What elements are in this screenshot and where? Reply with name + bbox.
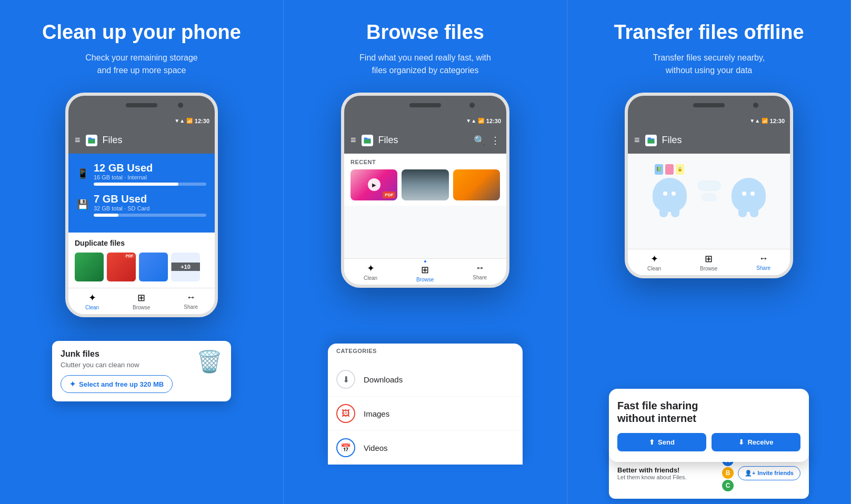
storage-detail-sd: 32 GB total · SD Card: [94, 205, 206, 211]
clean-nav-icon-3: ✦: [650, 253, 658, 265]
status-icons-3: ▼▲ 📶: [749, 118, 768, 124]
thumb-sunset: [402, 169, 448, 200]
invite-friends-button[interactable]: 👤+ Invite friends: [738, 466, 800, 480]
download-category-icon: ⬇: [343, 375, 349, 385]
app-title-3: Files: [662, 135, 784, 146]
nav-share-1[interactable]: ↔ Share: [184, 292, 198, 310]
browse-nav-icon-3: ⊞: [705, 253, 713, 265]
cloud-1: [697, 180, 721, 191]
share-nav-icon-2: ↔: [475, 263, 485, 274]
nav-clean-2[interactable]: ✦ Clean: [364, 263, 377, 281]
categories-card: CATEGORIES ⬇ Downloads 🖼 Images 📅 Videos: [328, 344, 523, 465]
nav-share-3[interactable]: ↔ Share: [756, 253, 770, 271]
section-transfer-title: Transfer files offline: [614, 21, 804, 44]
status-bar-1: ▼▲ 📶 12:30: [68, 115, 215, 127]
ghost-right-eyes: [742, 191, 755, 196]
receive-icon: ⬇: [738, 438, 744, 446]
nav-clean-1[interactable]: ✦ Clean: [85, 292, 99, 310]
clean-nav-icon-1: ✦: [88, 292, 96, 304]
play-icon: ▶: [368, 178, 381, 191]
phone-2-notch: [344, 96, 506, 115]
junk-card: Junk files Clutter you can clean now 🗑️ …: [52, 341, 231, 401]
videos-icon-wrap: 📅: [336, 438, 355, 457]
dup-thumb-count: +10: [171, 253, 200, 281]
recent-item-received[interactable]: ▶ PDF Received (12) Downloads: [351, 169, 397, 200]
nav-clean-label-2: Clean: [364, 275, 377, 281]
select-free-label: Select and free up 320 MB: [79, 380, 164, 388]
dup-thumb-1: [75, 253, 104, 281]
phone-2-body: ▼▲ 📶 12:30 ≡ Files 🔍 ⋮ RECENT: [341, 93, 509, 288]
phone-1-notch: [68, 96, 215, 115]
nav-clean-3[interactable]: ✦ Clean: [647, 253, 661, 271]
recent-item-camera[interactable]: Camera Images: [402, 169, 448, 200]
receive-label: Receive: [747, 438, 773, 446]
category-downloads[interactable]: ⬇ Downloads: [328, 362, 523, 397]
recent-item-screen[interactable]: Screen... Images: [453, 169, 500, 200]
receive-button[interactable]: ⬇ Receive: [712, 433, 800, 451]
app-bar-icons-2: 🔍 ⋮: [474, 135, 500, 146]
friends-card-subtitle: Let them know about Files.: [617, 474, 718, 480]
thumb-food: [453, 169, 500, 200]
app-bar-1: ≡ Files: [68, 127, 215, 154]
send-button[interactable]: ⬆ Send: [617, 433, 706, 451]
images-icon-wrap: 🖼: [336, 404, 355, 423]
storage-used-internal: 12 GB Used: [94, 162, 206, 174]
images-category-icon: 🖼: [342, 409, 350, 418]
ghost-left-eyes: [663, 191, 676, 196]
hamburger-icon-3[interactable]: ≡: [634, 135, 640, 146]
category-images[interactable]: 🖼 Images: [328, 397, 523, 431]
cloud-2: [701, 193, 717, 201]
phone-1: ▼▲ 📶 12:30 ≡ Files 📱 12 GB Used 1: [60, 93, 223, 493]
pdf-badge: PDF: [383, 191, 395, 198]
ghost-foot-r1: [738, 210, 747, 217]
recent-section: RECENT ▶ PDF Received (12) Downloads: [344, 154, 506, 206]
select-free-button[interactable]: ✦ Select and free up 320 MB: [61, 375, 173, 393]
nav-browse-1[interactable]: ⊞ Browse: [133, 292, 150, 310]
app-title-2: Files: [378, 135, 468, 146]
ghost-eye-left-2: [672, 191, 676, 196]
ghost-right: [732, 178, 766, 212]
storage-detail-internal: 16 GB total · Internal: [94, 174, 206, 180]
status-bar-3: ▼▲ 📶 12:30: [628, 115, 790, 127]
file-icon-yellow: 🔒: [676, 164, 684, 175]
nav-browse-label-1: Browse: [133, 305, 150, 310]
storage-item-sd: 💾 7 GB Used 32 GB total · SD Card: [77, 193, 206, 217]
more-icon-2[interactable]: ⋮: [490, 135, 500, 146]
camera-2: [469, 103, 475, 108]
category-videos[interactable]: 📅 Videos: [328, 431, 523, 465]
hamburger-icon-2[interactable]: ≡: [351, 135, 356, 146]
videos-category-name: Videos: [364, 443, 388, 452]
file-icon-pink: [665, 164, 674, 175]
nav-browse-2[interactable]: ⊞ Browse: [416, 260, 434, 283]
camera-1: [178, 103, 183, 108]
ghost-left: [653, 178, 687, 212]
files-logo-3: [645, 135, 657, 146]
share-buttons: ⬆ Send ⬇ Receive: [617, 433, 800, 451]
hamburger-icon-1[interactable]: ≡: [75, 135, 81, 146]
camera-3: [753, 103, 758, 108]
downloads-category-name: Downloads: [364, 375, 403, 384]
nav-share-2[interactable]: ↔ Share: [473, 263, 487, 280]
transfer-illustration-area: 📗 🔒: [628, 154, 790, 249]
search-icon-2[interactable]: 🔍: [474, 135, 485, 146]
storage-section-1: 📱 12 GB Used 16 GB total · Internal 💾 7 …: [68, 154, 215, 233]
phone-3-notch: [628, 96, 790, 115]
files-logo-2: [362, 135, 373, 146]
bottom-nav-2: ✦ Clean ⊞ Browse ↔ Share: [344, 258, 506, 285]
status-time-2: 12:30: [486, 118, 501, 124]
nav-browse-3[interactable]: ⊞ Browse: [700, 253, 717, 271]
send-label: Send: [658, 438, 675, 446]
ghost-eye-right-1: [742, 191, 746, 196]
speaker-2: [409, 103, 441, 107]
app-bar-3: ≡ Files: [628, 127, 790, 154]
ghost-foot-l2: [671, 210, 679, 217]
dup-thumb-3: [139, 253, 168, 281]
nav-clean-label-3: Clean: [647, 266, 661, 271]
nav-browse-label-2: Browse: [416, 277, 434, 283]
fast-share-card: Fast file sharingwithout internet ⬆ Send…: [609, 389, 809, 462]
ghost-eye-right-2: [750, 191, 755, 196]
storage-bar-fill-internal: [94, 183, 178, 186]
app-title-1: Files: [103, 135, 208, 146]
send-icon: ⬆: [649, 438, 655, 446]
duplicate-section-title: Duplicate files: [75, 239, 208, 247]
